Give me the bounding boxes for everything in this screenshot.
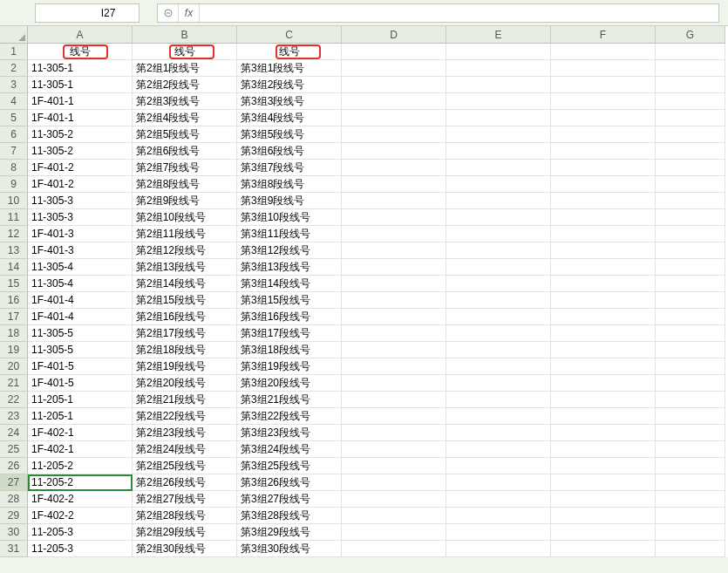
- cell[interactable]: [551, 226, 656, 242]
- cell[interactable]: 第2组27段线号: [133, 491, 237, 508]
- cell[interactable]: [342, 375, 446, 392]
- cell[interactable]: 第3组27段线号: [237, 491, 342, 508]
- cell[interactable]: [446, 193, 551, 209]
- cell[interactable]: 1F-402-2: [28, 491, 133, 508]
- row-header[interactable]: 31: [0, 541, 28, 557]
- cell[interactable]: [656, 392, 725, 408]
- cell[interactable]: [551, 143, 656, 160]
- cell[interactable]: 第2组15段线号: [133, 292, 237, 309]
- cell[interactable]: [551, 342, 656, 358]
- row-header[interactable]: 3: [0, 77, 28, 93]
- cell[interactable]: [656, 160, 725, 176]
- cell[interactable]: 第2组18段线号: [133, 342, 237, 358]
- cell[interactable]: [551, 474, 656, 491]
- cell[interactable]: 1F-402-1: [28, 441, 133, 458]
- cell[interactable]: [446, 491, 551, 508]
- cell[interactable]: [342, 60, 446, 77]
- row-header[interactable]: 30: [0, 524, 28, 541]
- cell[interactable]: [342, 491, 446, 508]
- cell[interactable]: [551, 126, 656, 143]
- cell[interactable]: [656, 110, 725, 126]
- cell[interactable]: 11-305-2: [28, 126, 133, 143]
- cell[interactable]: [551, 524, 656, 541]
- row-header[interactable]: 21: [0, 375, 28, 392]
- cell[interactable]: 第3组18段线号: [237, 342, 342, 358]
- cell[interactable]: [656, 276, 725, 292]
- cell[interactable]: [656, 292, 725, 309]
- cell[interactable]: [446, 541, 551, 557]
- column-header-d[interactable]: D: [342, 26, 446, 44]
- cell[interactable]: 1F-401-3: [28, 242, 133, 259]
- cell[interactable]: [656, 226, 725, 242]
- row-header[interactable]: 23: [0, 408, 28, 425]
- cell[interactable]: [342, 110, 446, 126]
- cell[interactable]: 第3组19段线号: [237, 358, 342, 375]
- cell[interactable]: [342, 77, 446, 93]
- cell[interactable]: 1F-401-4: [28, 292, 133, 309]
- cell[interactable]: [551, 110, 656, 126]
- cell[interactable]: 第3组22段线号: [237, 408, 342, 425]
- cell[interactable]: [551, 408, 656, 425]
- cell[interactable]: 11-305-1: [28, 77, 133, 93]
- select-all-corner[interactable]: [0, 26, 28, 44]
- cell[interactable]: [656, 441, 725, 458]
- cell[interactable]: 第2组14段线号: [133, 276, 237, 292]
- cell[interactable]: [446, 508, 551, 524]
- cell[interactable]: 第2组4段线号: [133, 110, 237, 126]
- cell[interactable]: [551, 392, 656, 408]
- cell[interactable]: [656, 309, 725, 325]
- cell[interactable]: [446, 226, 551, 242]
- cell[interactable]: 第2组8段线号: [133, 176, 237, 193]
- cell[interactable]: [446, 242, 551, 259]
- cell[interactable]: 第2组29段线号: [133, 524, 237, 541]
- cell[interactable]: 第2组10段线号: [133, 209, 237, 226]
- cell[interactable]: [656, 474, 725, 491]
- cell[interactable]: 11-305-2: [28, 143, 133, 160]
- row-header[interactable]: 8: [0, 160, 28, 176]
- cell[interactable]: 第2组23段线号: [133, 425, 237, 441]
- cell[interactable]: [551, 292, 656, 309]
- row-header[interactable]: 10: [0, 193, 28, 209]
- cell[interactable]: [446, 524, 551, 541]
- cell[interactable]: 第3组3段线号: [237, 93, 342, 110]
- cell[interactable]: [342, 44, 446, 60]
- cell[interactable]: [342, 458, 446, 474]
- row-header[interactable]: 9: [0, 176, 28, 193]
- cell[interactable]: [656, 143, 725, 160]
- cell[interactable]: [342, 93, 446, 110]
- cell[interactable]: [656, 524, 725, 541]
- cell[interactable]: 11-305-3: [28, 209, 133, 226]
- cell[interactable]: 第2组2段线号: [133, 77, 237, 93]
- cell[interactable]: [551, 193, 656, 209]
- cell[interactable]: [551, 93, 656, 110]
- cell[interactable]: [656, 77, 725, 93]
- cell[interactable]: 第3组13段线号: [237, 259, 342, 276]
- cell[interactable]: [551, 176, 656, 193]
- cells-grid[interactable]: 线号线号线号11-305-1第2组1段线号第3组1段线号11-305-1第2组2…: [28, 44, 725, 557]
- cell[interactable]: [551, 491, 656, 508]
- cell[interactable]: 1F-401-2: [28, 176, 133, 193]
- row-header[interactable]: 24: [0, 425, 28, 441]
- cell[interactable]: [551, 44, 656, 60]
- cell[interactable]: 第3组7段线号: [237, 160, 342, 176]
- cell[interactable]: [551, 425, 656, 441]
- cell[interactable]: 11-305-5: [28, 342, 133, 358]
- row-header[interactable]: 19: [0, 342, 28, 358]
- cell[interactable]: [446, 110, 551, 126]
- cell[interactable]: [656, 375, 725, 392]
- cell[interactable]: [656, 209, 725, 226]
- cell[interactable]: [342, 342, 446, 358]
- column-header-a[interactable]: A: [28, 26, 133, 44]
- cell[interactable]: 11-305-1: [28, 60, 133, 77]
- cell[interactable]: [551, 259, 656, 276]
- cell[interactable]: [446, 375, 551, 392]
- cancel-formula-button[interactable]: [158, 4, 179, 22]
- cell[interactable]: 第3组10段线号: [237, 209, 342, 226]
- formula-input[interactable]: [200, 4, 718, 22]
- cell[interactable]: 第2组6段线号: [133, 143, 237, 160]
- row-header[interactable]: 26: [0, 458, 28, 474]
- cell[interactable]: [656, 425, 725, 441]
- cell[interactable]: [342, 276, 446, 292]
- cell[interactable]: 第2组30段线号: [133, 541, 237, 557]
- cell[interactable]: 第3组24段线号: [237, 441, 342, 458]
